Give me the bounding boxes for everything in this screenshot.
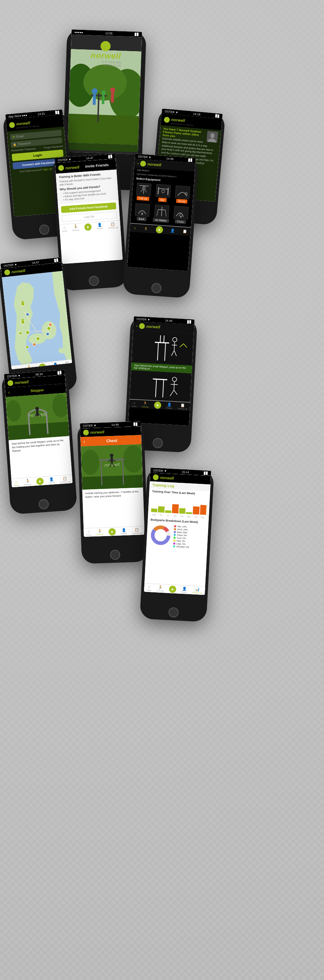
phone-frame-stepper: OSTER ▼ 08.34 ▊▊ norwell ‹ Stepper [1, 370, 78, 514]
exercise-image-2 [130, 371, 192, 402]
ogf-nav-home[interactable]: ⌂ [133, 226, 136, 230]
app-layout: ●●●●● 12:05 ▊▊ norwell OUTDOOR FITNESS [0, 0, 324, 980]
map-time: 14.47 [32, 261, 39, 264]
svg-rect-49 [132, 330, 193, 365]
email-placeholder: Email [16, 134, 24, 138]
remember-label[interactable]: Remember Password [11, 147, 36, 152]
home-button-ogf[interactable] [151, 283, 162, 294]
add-friends-button[interactable]: Add Friends from Facebook [61, 202, 116, 213]
st-nav-home[interactable]: ⌂ Home [14, 480, 19, 487]
equip-back[interactable]: Back [132, 201, 152, 223]
splash-screen: ●●●●● 12:05 ▊▊ norwell OUTDOOR FITNESS [67, 30, 142, 154]
situp-icon [175, 186, 190, 199]
svg-rect-31 [180, 215, 181, 217]
svg-rect-10 [111, 92, 114, 103]
pullup-label: Pull Up [137, 196, 149, 201]
logo-text: norwell [91, 51, 121, 61]
ch-nav-friends[interactable]: 👤 Friends [121, 528, 127, 535]
back-icon [135, 203, 150, 217]
chest-time: 14.49 [111, 423, 118, 426]
ex-nav-add[interactable]: + [154, 401, 161, 409]
home-button-stepper[interactable] [38, 499, 49, 510]
st-nav-exercise[interactable]: 🏃 Exercise [24, 479, 31, 485]
ogf-back-button[interactable]: ‹ [137, 161, 139, 166]
chest-bottom-nav: ⌂ Home 🏃 Exercise + 👤 Friends [84, 526, 145, 537]
nav-add-button[interactable]: + [84, 223, 91, 231]
equip-bar[interactable]: Bar [152, 182, 173, 204]
bar-sat [172, 504, 179, 514]
equipment-grid: Pull Up Bar [130, 181, 194, 226]
chest-description: Include training your abdomen: 7 handles… [82, 487, 143, 501]
svg-rect-26 [141, 213, 143, 215]
bar-icon [156, 184, 171, 198]
svg-point-44 [33, 343, 36, 346]
bar-fri [165, 510, 172, 513]
ogf-screen-content: ‹ norwell Ogf-Motion Ogf-Motion Stadionv… [127, 159, 195, 271]
svg-rect-8 [93, 94, 96, 105]
svg-rect-12 [102, 95, 105, 104]
stepper-photo: norwell [6, 393, 70, 440]
exercise-back-button[interactable]: ‹ [136, 323, 138, 328]
home-button-chest[interactable] [110, 549, 120, 560]
logout-button[interactable]: Log Out [62, 212, 117, 222]
nav-friends[interactable]: 👤 Friends [97, 223, 103, 229]
st-nav-add[interactable]: + [36, 477, 44, 485]
airwalker-label: Air Walker [153, 218, 169, 223]
home-button-login[interactable] [38, 224, 49, 235]
lock-icon: 🔒 [13, 143, 17, 146]
ch-nav-home[interactable]: ⌂ Home [86, 529, 91, 536]
ogf-screen: OSTER ▼ 14.48 ▊▊ ‹ norwell Ogf-Motion Og… [127, 154, 196, 271]
exercise-image-1 [132, 330, 194, 366]
ex-nav-friends[interactable]: 👤 Friends [166, 402, 172, 409]
equip-situp[interactable]: Sit Up [172, 184, 192, 205]
nav-training-log[interactable]: 📋 Training Log [108, 221, 118, 229]
back-label: Back [137, 216, 146, 221]
home-button-exercise[interactable] [152, 438, 163, 448]
training-bar-chart [151, 494, 207, 515]
ogf-time: 14.48 [166, 157, 174, 160]
bar-thu [158, 506, 165, 513]
notif-time: 14.19 [193, 112, 200, 116]
tr-nav-home[interactable]: ⌂ Home [146, 584, 152, 591]
notif-avatar [206, 131, 219, 143]
equip-airwalker[interactable]: Air Walker [151, 203, 172, 224]
map-svg [2, 271, 71, 366]
invite-bottom-nav: ⌂ Home 🏃 Exercise + 👤 Friends [59, 220, 121, 233]
svg-point-24 [161, 189, 165, 193]
ogf-nav-friends[interactable]: 👤 [170, 228, 175, 233]
stepper-back-button[interactable]: ‹ [8, 389, 10, 395]
st-nav-log[interactable]: 📋 Training Log [59, 476, 70, 483]
ch-nav-log[interactable]: 📋 Training Log [132, 527, 142, 534]
nav-exercise[interactable]: 🏃 Exercise [72, 224, 79, 231]
ogf-nav-exercise[interactable]: 🏃 [144, 227, 148, 231]
svg-line-28 [158, 209, 165, 210]
svg-point-41 [36, 337, 40, 340]
invite-screen-content: norwell Invite Friends Training is Bette… [55, 159, 123, 264]
equip-cross[interactable]: Cross [171, 204, 191, 226]
invite-content: Training is Better With Friends Training… [56, 169, 119, 204]
equip-pullup[interactable]: Pull Up [133, 181, 154, 203]
tr-nav-add[interactable]: + [169, 585, 176, 593]
ogf-nav-add[interactable]: + [156, 226, 163, 234]
training-chart-section: Training Over Time (Last Week) [148, 488, 210, 520]
tr-nav-exercise[interactable]: 🏃 Exercise [157, 585, 164, 592]
chest-title: Chest [85, 438, 138, 444]
situp-label: Sit Up [176, 199, 187, 204]
ex-nav-log[interactable]: 📋 Training Log [177, 403, 187, 410]
ch-nav-add[interactable]: + [108, 528, 116, 535]
ogf-nav-log[interactable]: 📋 [183, 229, 187, 234]
svg-point-47 [26, 345, 29, 349]
home-button-invite[interactable] [88, 275, 99, 286]
home-button-training[interactable] [168, 607, 179, 617]
tr-nav-log[interactable]: 📊 Training Log [192, 587, 203, 594]
st-nav-friends[interactable]: 👤 Friends [48, 477, 55, 484]
training-screen-content: norwell Training Log Training Over Time … [144, 473, 211, 595]
ch-nav-exercise[interactable]: 🏃 Exercise [96, 528, 103, 535]
map-background[interactable] [2, 271, 71, 366]
stepper-screen-content: norwell ‹ Stepper [4, 375, 73, 487]
tr-nav-friends[interactable]: 👤 Friends [181, 586, 187, 593]
donut-section: Abs: 10% Arms: 20% Back: 60% [146, 522, 208, 552]
stepper-bottom-nav: ⌂ Home 🏃 Exercise + 👤 Friends [11, 474, 72, 487]
logo-tagline: OUTDOOR FITNESS [88, 60, 122, 67]
nav-home[interactable]: ⌂ Home [62, 225, 67, 232]
